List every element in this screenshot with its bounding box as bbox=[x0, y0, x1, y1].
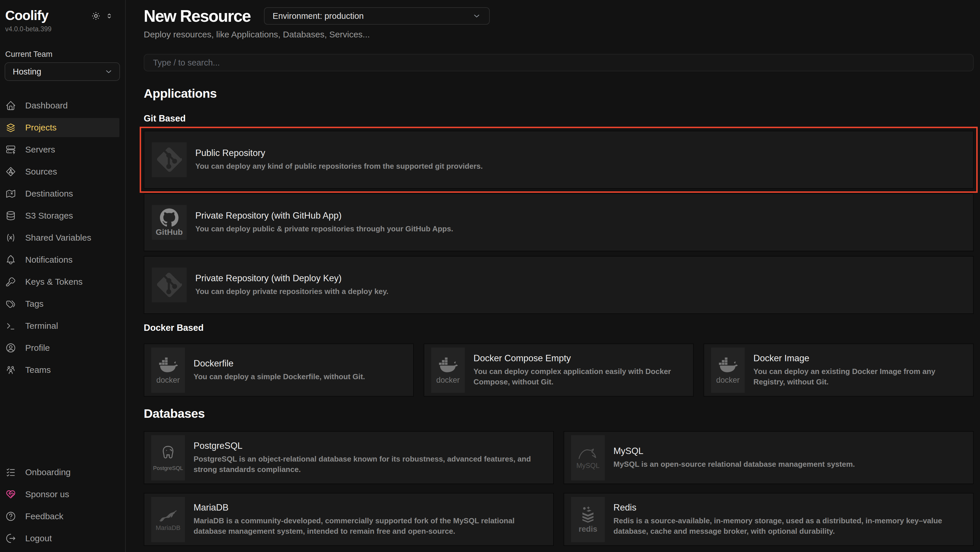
sidebar-item-label: S3 Storages bbox=[25, 211, 73, 221]
sidebar-item-label: Shared Variables bbox=[25, 233, 91, 242]
card-title: Redis bbox=[613, 503, 966, 513]
postgresql-logo: PostgreSQL bbox=[151, 435, 185, 480]
sidebar-item-teams[interactable]: Teams bbox=[0, 361, 119, 380]
sidebar-item-dashboard[interactable]: Dashboard bbox=[0, 96, 119, 115]
sidebar-item-keys-tokens[interactable]: Keys & Tokens bbox=[0, 272, 119, 291]
environment-select[interactable]: Environment: production bbox=[264, 7, 490, 25]
card-description: MariaDB is a community-developed, commer… bbox=[194, 516, 546, 536]
sidebar-item-profile[interactable]: Profile bbox=[0, 338, 119, 357]
sidebar-item-sources[interactable]: Sources bbox=[0, 162, 119, 181]
resource-card-mysql[interactable]: MySQL MySQL MySQL is an open-source rela… bbox=[563, 431, 974, 484]
sidebar-item-onboarding[interactable]: Onboarding bbox=[0, 463, 119, 482]
sidebar-spacer bbox=[0, 382, 125, 463]
sidebar-item-feedback[interactable]: Feedback bbox=[0, 507, 119, 526]
sidebar-item-label: Dashboard bbox=[25, 101, 68, 110]
card-description: You can deploy public & private reposito… bbox=[195, 224, 453, 234]
sidebar-footer-nav: Onboarding Sponsor us Feedback Logout bbox=[0, 463, 125, 551]
resource-card-public-repository[interactable]: Public Repository You can deploy any kin… bbox=[144, 131, 974, 189]
sidebar-item-shared-variables[interactable]: Shared Variables bbox=[0, 228, 119, 247]
card-description: You can deploy any kind of public reposi… bbox=[195, 161, 483, 171]
logout-icon bbox=[5, 533, 16, 544]
help-circle-icon bbox=[5, 511, 16, 522]
sidebar-item-tags[interactable]: Tags bbox=[0, 294, 119, 313]
docker-logo-text: docker bbox=[716, 376, 740, 384]
theme-controls bbox=[91, 11, 113, 21]
sidebar-item-s3-storages[interactable]: S3 Storages bbox=[0, 206, 119, 225]
sidebar-item-label: Terminal bbox=[25, 321, 58, 331]
key-icon bbox=[5, 276, 16, 287]
users-icon bbox=[5, 364, 16, 375]
sidebar-item-terminal[interactable]: Terminal bbox=[0, 316, 119, 335]
docker-logo-text: docker bbox=[156, 376, 180, 384]
mariadb-logo-text: MariaDB bbox=[156, 525, 181, 531]
sidebar-item-label: Destinations bbox=[25, 189, 73, 199]
resource-card-redis[interactable]: redis Redis Redis is a source-available,… bbox=[563, 493, 974, 546]
resource-card-deploy-key[interactable]: Private Repository (with Deploy Key) You… bbox=[144, 256, 974, 314]
card-title: Docker Image bbox=[753, 353, 966, 364]
home-icon bbox=[5, 100, 16, 111]
theme-sun-icon[interactable] bbox=[91, 11, 101, 21]
chevron-selector-icon[interactable] bbox=[105, 12, 113, 20]
mariadb-logo: MariaDB bbox=[151, 497, 185, 542]
red-highlight-annotation: Public Repository You can deploy any kin… bbox=[144, 131, 974, 189]
team-select[interactable]: Hosting bbox=[5, 62, 120, 81]
docker-logo: docker bbox=[431, 348, 465, 393]
current-team-label: Current Team bbox=[0, 50, 125, 59]
bell-icon bbox=[5, 254, 16, 265]
github-logo: GitHub bbox=[152, 205, 187, 240]
app-logo[interactable]: Coolify bbox=[5, 8, 48, 23]
page-header: New Resource Environment: production bbox=[144, 6, 974, 26]
sidebar-item-label: Projects bbox=[25, 123, 57, 132]
section-databases-title: Databases bbox=[144, 407, 974, 421]
card-title: Docker Compose Empty bbox=[474, 353, 686, 364]
coolify-app: Coolify v4.0.0-beta.399 Current Team Hos… bbox=[0, 0, 980, 552]
sidebar-item-notifications[interactable]: Notifications bbox=[0, 250, 119, 269]
sidebar-nav: Dashboard Projects Servers Sources bbox=[0, 96, 125, 382]
heart-handshake-icon bbox=[5, 489, 16, 500]
resource-card-dockerfile[interactable]: docker Dockerfile You can deploy a simpl… bbox=[144, 343, 414, 397]
sidebar-item-sponsor-us[interactable]: Sponsor us bbox=[0, 485, 119, 504]
resource-card-mariadb[interactable]: MariaDB MariaDB MariaDB is a community-d… bbox=[144, 493, 554, 546]
checklist-icon bbox=[5, 467, 16, 478]
sidebar-item-servers[interactable]: Servers bbox=[0, 140, 119, 159]
card-title: Public Repository bbox=[195, 148, 483, 158]
card-title: Private Repository (with Deploy Key) bbox=[195, 273, 388, 284]
sidebar-item-label: Onboarding bbox=[25, 467, 71, 477]
docker-logo-text: docker bbox=[436, 376, 460, 384]
section-git-based-title: Git Based bbox=[144, 113, 974, 124]
card-title: MariaDB bbox=[194, 503, 546, 513]
sidebar: Coolify v4.0.0-beta.399 Current Team Hos… bbox=[0, 0, 126, 552]
database-card-grid: PostgreSQL PostgreSQL PostgreSQL is an o… bbox=[144, 431, 974, 546]
sidebar-item-label: Servers bbox=[25, 145, 55, 155]
search-input[interactable] bbox=[144, 54, 974, 71]
app-version: v4.0.0-beta.399 bbox=[0, 25, 125, 33]
mysql-logo-text: MySQL bbox=[576, 462, 600, 469]
team-select-value: Hosting bbox=[13, 67, 41, 77]
docker-card-grid: docker Dockerfile You can deploy a simpl… bbox=[144, 343, 974, 397]
sidebar-item-label: Sponsor us bbox=[25, 490, 69, 499]
sidebar-item-label: Profile bbox=[25, 343, 50, 353]
sidebar-item-label: Sources bbox=[25, 167, 57, 177]
sidebar-item-label: Keys & Tokens bbox=[25, 277, 83, 287]
git-diamond-icon bbox=[5, 166, 16, 177]
sidebar-item-destinations[interactable]: Destinations bbox=[0, 184, 119, 203]
database-icon bbox=[5, 210, 16, 221]
section-docker-based-title: Docker Based bbox=[144, 323, 974, 333]
resource-card-github-app[interactable]: GitHub Private Repository (with GitHub A… bbox=[144, 193, 974, 251]
resource-card-docker-image[interactable]: docker Docker Image You can deploy an ex… bbox=[703, 343, 974, 397]
sidebar-item-label: Feedback bbox=[25, 511, 64, 521]
sidebar-item-projects[interactable]: Projects bbox=[0, 118, 119, 137]
sidebar-item-label: Notifications bbox=[25, 255, 72, 265]
sidebar-item-logout[interactable]: Logout bbox=[0, 529, 119, 548]
git-logo bbox=[152, 142, 187, 177]
resource-card-docker-compose-empty[interactable]: docker Docker Compose Empty You can depl… bbox=[424, 343, 694, 397]
docker-logo: docker bbox=[711, 348, 745, 393]
sidebar-header: Coolify bbox=[0, 0, 125, 23]
redis-logo-text: redis bbox=[579, 525, 598, 533]
docker-logo: docker bbox=[151, 348, 185, 393]
server-icon bbox=[5, 144, 16, 155]
environment-select-value: Environment: production bbox=[273, 11, 364, 21]
tag-icon bbox=[5, 298, 16, 310]
sidebar-item-label: Logout bbox=[25, 533, 52, 543]
resource-card-postgresql[interactable]: PostgreSQL PostgreSQL PostgreSQL is an o… bbox=[144, 431, 554, 484]
